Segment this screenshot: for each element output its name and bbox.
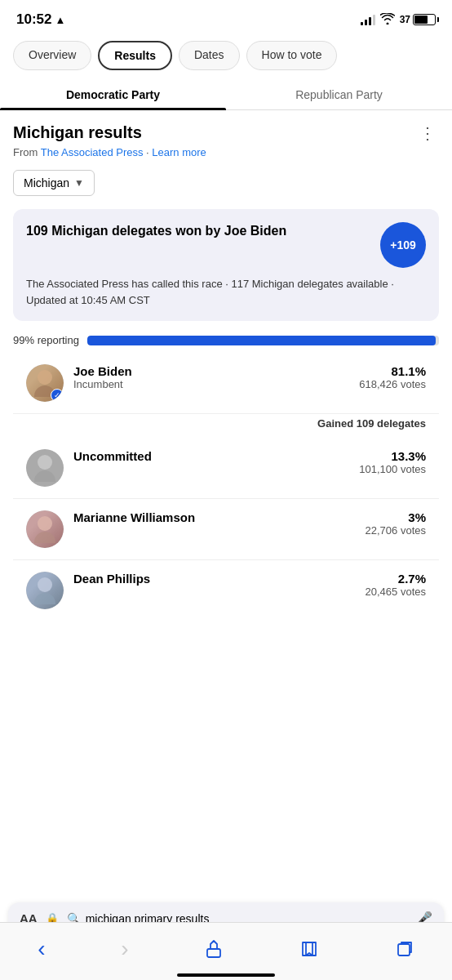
svg-rect-1 (398, 944, 410, 956)
tab-overview[interactable]: Overview (13, 41, 91, 70)
status-right: 37 (361, 13, 436, 27)
candidate-info: Dean Phillips (73, 572, 366, 586)
delegates-gained: Gained 109 delegates (13, 414, 439, 438)
tab-results[interactable]: Results (98, 41, 172, 70)
signal-bars (361, 14, 375, 25)
svg-rect-0 (207, 949, 220, 957)
candidate-votes: 618,426 votes (359, 378, 426, 390)
party-tabs: Democratic Party Republican Party (0, 80, 452, 110)
bottom-toolbar: ‹ › (0, 922, 452, 980)
party-tab-democratic[interactable]: Democratic Party (0, 80, 226, 109)
location-arrow-icon: ▲ (55, 14, 65, 26)
candidate-row: ✓ Joe Biden Incumbent 81.1% 618,426 vote… (13, 353, 439, 414)
avatar (26, 449, 64, 487)
result-description: The Associated Press has called this rac… (26, 276, 426, 308)
state-dropdown[interactable]: Michigan ▼ (13, 170, 95, 196)
tab-how-to-vote[interactable]: How to vote (246, 41, 338, 70)
tabs-button[interactable] (379, 934, 431, 964)
chevron-right-icon: › (121, 936, 128, 962)
status-time: 10:52 ▲ (16, 11, 65, 28)
candidate-stats: 3% 22,706 votes (366, 510, 426, 537)
share-button[interactable] (188, 934, 240, 964)
section-header: Michigan results ⋮ (13, 123, 439, 143)
chevron-left-icon: ‹ (38, 936, 45, 962)
party-tab-republican[interactable]: Republican Party (226, 80, 452, 109)
status-bar: 10:52 ▲ 37 (0, 0, 452, 34)
more-options-icon[interactable]: ⋮ (416, 123, 439, 143)
candidate-stats: 13.3% 101,100 votes (359, 449, 426, 475)
candidate-stats: 81.1% 618,426 votes (359, 364, 426, 390)
progress-bar-fill (87, 336, 436, 345)
reporting-section: 99% reporting (13, 334, 439, 346)
ap-link[interactable]: The Associated Press (41, 146, 144, 158)
candidate-title: Incumbent (73, 378, 359, 390)
delegate-badge: +109 (380, 222, 426, 268)
candidate-info: Uncommitted (73, 449, 359, 463)
candidate-votes: 20,465 votes (366, 586, 426, 598)
section-source: From The Associated Press · Learn more (13, 146, 439, 158)
candidate-pct: 3% (366, 510, 426, 524)
main-content: Michigan results ⋮ From The Associated P… (0, 110, 452, 634)
result-card: 109 Michigan delegates won by Joe Biden … (13, 209, 439, 321)
bookmarks-icon (299, 939, 319, 959)
candidate-name: Dean Phillips (73, 572, 366, 586)
avatar (26, 510, 64, 548)
result-headline: 109 Michigan delegates won by Joe Biden (26, 222, 380, 240)
wifi-icon (380, 13, 395, 27)
candidate-name: Uncommitted (73, 449, 359, 463)
share-icon (204, 939, 224, 959)
candidate-votes: 22,706 votes (366, 524, 426, 537)
candidates-section: ✓ Joe Biden Incumbent 81.1% 618,426 vote… (13, 353, 439, 621)
battery-indicator: 37 (400, 14, 436, 25)
result-card-top: 109 Michigan delegates won by Joe Biden … (26, 222, 426, 268)
candidate-info: Joe Biden Incumbent (73, 364, 359, 390)
avatar (26, 572, 64, 609)
learn-more-link[interactable]: Learn more (152, 146, 206, 158)
candidate-row: Dean Phillips 2.7% 20,465 votes (13, 560, 439, 621)
back-button[interactable]: ‹ (21, 931, 61, 967)
avatar: ✓ (26, 364, 64, 402)
candidate-row: Uncommitted 13.3% 101,100 votes (13, 438, 439, 499)
candidate-row: Marianne Williamson 3% 22,706 votes (13, 499, 439, 560)
bookmarks-button[interactable] (283, 934, 335, 964)
candidate-name: Joe Biden (73, 364, 359, 378)
candidate-pct: 13.3% (359, 449, 426, 463)
candidate-name: Marianne Williamson (73, 510, 366, 524)
candidate-info: Marianne Williamson (73, 510, 366, 524)
candidate-pct: 2.7% (366, 572, 426, 586)
forward-button[interactable]: › (104, 931, 144, 967)
candidate-stats: 2.7% 20,465 votes (366, 572, 426, 598)
section-title: Michigan results (13, 123, 142, 142)
tab-navigation: Overview Results Dates How to vote (0, 34, 452, 80)
progress-bar-container (87, 336, 439, 345)
tab-dates[interactable]: Dates (179, 41, 240, 70)
reporting-label: 99% reporting (13, 334, 439, 346)
tabs-icon (395, 939, 414, 959)
home-indicator (177, 973, 275, 977)
candidate-votes: 101,100 votes (359, 463, 426, 475)
candidate-pct: 81.1% (359, 364, 426, 378)
state-label: Michigan (24, 176, 69, 189)
chevron-down-icon: ▼ (74, 177, 84, 189)
winner-check-icon: ✓ (51, 389, 64, 402)
